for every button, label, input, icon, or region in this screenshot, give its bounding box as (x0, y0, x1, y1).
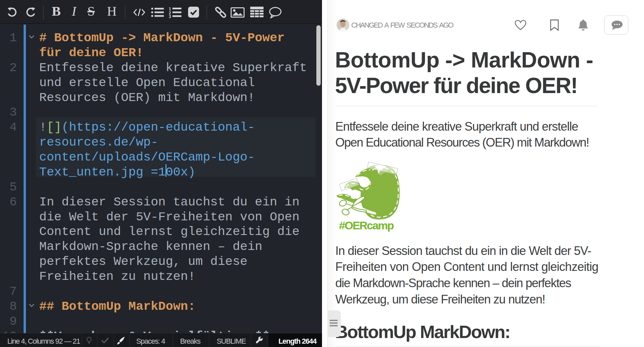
svg-text:3: 3 (169, 14, 171, 18)
